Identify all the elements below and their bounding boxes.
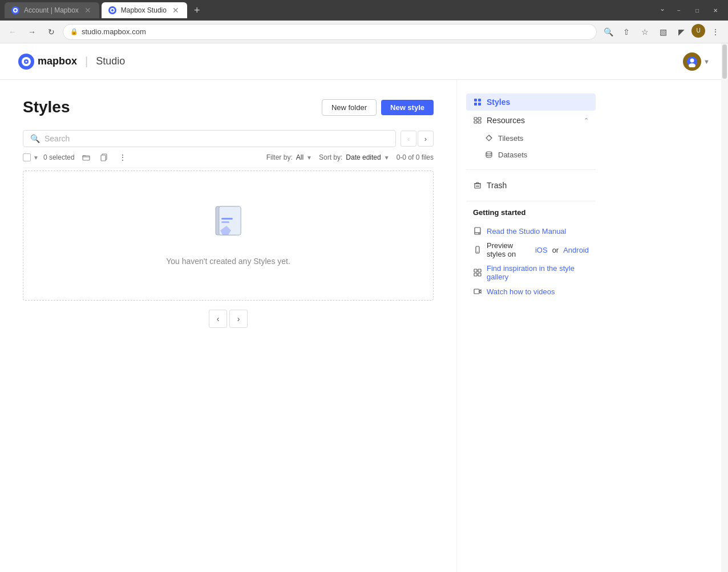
resources-icon: [473, 116, 482, 125]
gs-item-style-gallery[interactable]: Find inspiration in the style gallery: [466, 261, 596, 284]
new-folder-button[interactable]: New folder: [322, 99, 377, 116]
gs-item-preview[interactable]: Preview styles on iOS or Android: [466, 238, 596, 261]
more-options-button[interactable]: ⋮: [116, 151, 130, 164]
back-button[interactable]: ←: [5, 24, 21, 40]
svg-point-26: [486, 152, 492, 154]
tab-favicon-studio: [108, 6, 116, 14]
extensions-button[interactable]: ▧: [655, 24, 671, 40]
new-style-button[interactable]: New style: [381, 100, 434, 115]
tab-account-close[interactable]: ✕: [83, 5, 92, 16]
filter-sort: Filter by: All ▼ Sort by: Date edited ▼ …: [266, 153, 434, 161]
search-input[interactable]: [45, 134, 389, 143]
next-page-button[interactable]: ›: [418, 131, 434, 147]
selected-count: 0 selected: [43, 153, 75, 161]
sidebar-divider: [466, 169, 596, 170]
prev-page-button[interactable]: ‹: [401, 131, 416, 147]
minimize-button[interactable]: −: [671, 5, 687, 16]
sidebar-item-tilesets[interactable]: Tilesets: [466, 130, 596, 146]
empty-state-text: You haven't created any Styles yet.: [35, 257, 422, 266]
sidebar-item-trash[interactable]: Trash: [466, 177, 596, 194]
tab-dropdown-icon[interactable]: ⌄: [656, 5, 669, 16]
grid-icon: [473, 268, 482, 277]
browser-toolbar: ← → ↻ 🔒 studio.mapbox.com 🔍 ⇧ ☆ ▧ ◤ U ⋮: [0, 21, 728, 43]
svg-rect-25: [478, 121, 481, 123]
sidebar-resources-header[interactable]: Resources ⌃: [466, 112, 596, 129]
sort-label: Sort by:: [319, 153, 342, 161]
android-link[interactable]: Android: [563, 246, 589, 254]
bottom-pagination: ‹ ›: [23, 310, 434, 328]
page-title-row: Styles New folder New style: [23, 98, 434, 116]
split-view-button[interactable]: ◤: [673, 24, 689, 40]
ios-link[interactable]: iOS: [535, 246, 548, 254]
filter-dropdown[interactable]: Filter by: All ▼: [266, 153, 312, 161]
header-right: ▼: [683, 52, 710, 71]
svg-rect-16: [221, 218, 233, 220]
checkbox-dropdown-icon[interactable]: ▼: [33, 155, 39, 161]
folder-icon-button[interactable]: [79, 151, 93, 164]
tab-account-label: Account | Mapbox: [24, 6, 79, 14]
svg-rect-12: [101, 155, 106, 161]
bottom-prev-button[interactable]: ‹: [209, 310, 227, 328]
preview-prefix: Preview styles on: [487, 241, 531, 258]
zoom-button[interactable]: 🔍: [600, 24, 616, 40]
datasets-icon: [484, 150, 494, 159]
svg-rect-21: [478, 103, 481, 106]
main-content: Styles New folder New style 🔍 ‹ ›: [0, 80, 728, 572]
mobile-icon: [473, 245, 482, 254]
page: mapbox | Studio ▼ Styles: [0, 43, 728, 572]
user-menu-button[interactable]: ▼: [683, 52, 710, 71]
mapbox-name: mapbox: [38, 55, 77, 67]
style-gallery-link[interactable]: Find inspiration in the style gallery: [487, 264, 589, 281]
user-menu-chevron-icon: ▼: [703, 58, 710, 65]
copy-icon-button[interactable]: [98, 151, 111, 164]
filter-label: Filter by:: [266, 153, 293, 161]
sidebar-item-styles[interactable]: Styles: [466, 94, 596, 111]
sidebar-section-resources: Resources ⌃ Tilesets Datasets: [466, 112, 596, 163]
howto-videos-link[interactable]: Watch how to videos: [487, 287, 555, 296]
gs-item-videos[interactable]: Watch how to videos: [466, 284, 596, 299]
styles-icon: [473, 98, 482, 107]
gs-item-studio-manual[interactable]: Read the Studio Manual: [466, 224, 596, 238]
scrollbar-thumb[interactable]: [722, 44, 727, 79]
address-bar[interactable]: 🔒 studio.mapbox.com: [63, 24, 597, 40]
mapbox-logo[interactable]: mapbox: [18, 54, 77, 70]
sort-dropdown[interactable]: Sort by: Date edited ▼: [319, 153, 390, 161]
studio-manual-link[interactable]: Read the Studio Manual: [487, 227, 566, 236]
sidebar-datasets-label: Datasets: [498, 151, 527, 159]
user-avatar-header: [683, 52, 701, 71]
sidebar-tilesets-label: Tilesets: [498, 134, 523, 143]
browser-menu-button[interactable]: ⋮: [707, 24, 723, 40]
select-all-checkbox[interactable]: [23, 153, 31, 161]
share-button[interactable]: ⇧: [618, 24, 634, 40]
checkbox-area: ▼: [23, 153, 39, 161]
svg-rect-10: [83, 156, 90, 160]
reload-button[interactable]: ↻: [43, 24, 59, 40]
tab-studio-label: Mapbox Studio: [121, 6, 167, 14]
page-title: Styles: [23, 98, 70, 116]
svg-point-6: [26, 60, 27, 62]
header-divider: |: [85, 55, 88, 68]
sidebar-item-datasets[interactable]: Datasets: [466, 147, 596, 163]
svg-rect-28: [475, 228, 480, 234]
close-button[interactable]: ✕: [707, 5, 723, 16]
window-controls: ⌄ − □ ✕: [656, 5, 723, 16]
tab-studio-close[interactable]: ✕: [171, 5, 180, 16]
sidebar-resources-label: Resources: [487, 116, 525, 125]
scrollbar[interactable]: [721, 43, 728, 572]
resources-chevron-icon: ⌃: [584, 117, 589, 124]
svg-rect-18: [474, 99, 477, 102]
tab-account[interactable]: Account | Mapbox ✕: [5, 2, 99, 18]
new-tab-button[interactable]: +: [189, 5, 205, 17]
trash-icon: [473, 181, 482, 190]
svg-point-3: [111, 9, 114, 11]
sort-chevron-icon: ▼: [384, 155, 390, 161]
logo-area: mapbox | Studio: [18, 54, 125, 70]
browser-user-avatar[interactable]: U: [691, 24, 705, 38]
svg-rect-24: [474, 121, 477, 123]
forward-button[interactable]: →: [24, 24, 40, 40]
bookmark-button[interactable]: ☆: [637, 24, 653, 40]
maximize-button[interactable]: □: [689, 5, 705, 16]
bottom-next-button[interactable]: ›: [229, 310, 248, 328]
tab-studio[interactable]: Mapbox Studio ✕: [102, 2, 187, 18]
svg-rect-34: [474, 273, 477, 276]
